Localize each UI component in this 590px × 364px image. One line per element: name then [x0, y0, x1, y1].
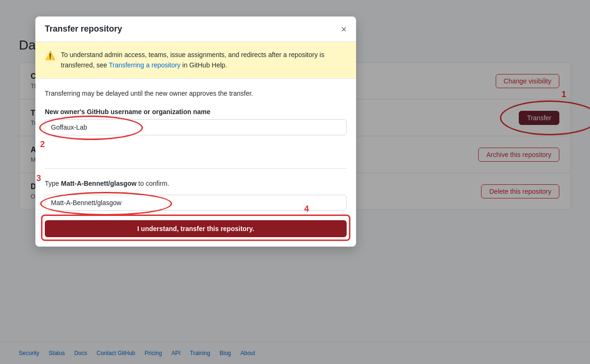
transfer-note: Transferring may be delayed until the ne…: [45, 88, 347, 99]
warning-text: To understand admin access, teams, issue…: [61, 50, 347, 71]
submit-button[interactable]: I understand, transfer this repository.: [45, 220, 347, 237]
annotation-number-3: 3: [36, 174, 41, 183]
owner-label: New owner's GitHub username or organizat…: [45, 108, 347, 116]
confirm-text: Type Matt-A-Bennett/glasgow to confirm.: [45, 178, 347, 189]
confirm-section: 3 Type Matt-A-Bennett/glasgow to confirm…: [45, 178, 347, 237]
modal-content: Transferring may be delayed until the ne…: [35, 79, 356, 247]
transferring-link[interactable]: Transferring a repository: [109, 61, 181, 69]
modal-body: ⚠️ To understand admin access, teams, is…: [35, 42, 356, 247]
submit-wrapper: I understand, transfer this repository. …: [45, 218, 347, 237]
annotation-number-4: 4: [304, 204, 309, 214]
warning-icon: ⚠️: [45, 50, 55, 71]
close-button[interactable]: ×: [341, 25, 347, 34]
transfer-modal: Transfer repository × ⚠️ To understand a…: [35, 17, 356, 247]
modal-header: Transfer repository ×: [35, 17, 356, 42]
modal-title: Transfer repository: [45, 24, 122, 34]
warning-banner: ⚠️ To understand admin access, teams, is…: [35, 42, 356, 79]
owner-form-group: New owner's GitHub username or organizat…: [45, 108, 347, 135]
confirm-input[interactable]: [45, 195, 347, 211]
confirm-repo-name: Matt-A-Bennett/glasgow: [61, 180, 136, 187]
divider: [45, 168, 347, 169]
owner-input[interactable]: [45, 119, 347, 135]
annotation-number-2: 2: [40, 140, 45, 149]
